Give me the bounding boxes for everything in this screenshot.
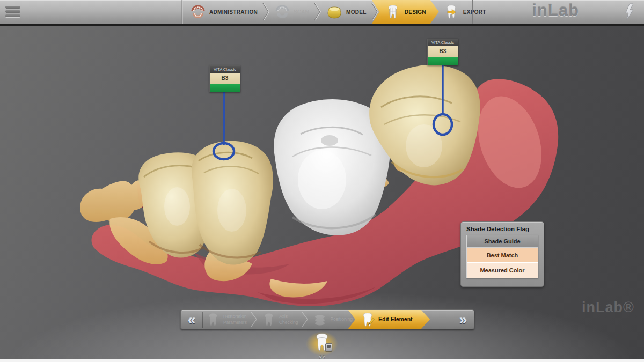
app-logo: inLab [499, 1, 612, 23]
step-tooth-icon [206, 313, 220, 327]
design-step-bar: « RestorationParameters AxisChecking [180, 309, 474, 329]
next-step-button[interactable]: » [452, 311, 474, 329]
step-tooth-icon [262, 313, 276, 327]
option-shade-guide[interactable]: Shade Guide [467, 235, 538, 248]
shade-flag-left[interactable]: VITA Classic B3 [209, 65, 240, 92]
flag-shade-value: B3 [210, 73, 240, 84]
flag-match-bar [210, 84, 240, 92]
shade-flag-right[interactable]: VITA Classic B3 [427, 39, 458, 65]
step-label: Edit Element [378, 316, 413, 323]
top-navigation-bar: ADMINISTRATION SCAN [0, 0, 644, 24]
step-chevron-divider [301, 309, 310, 329]
option-best-match[interactable]: Best Match [467, 248, 538, 263]
design-tooth-icon [385, 4, 401, 19]
edit-element-icon [360, 312, 375, 327]
flag-system-label: VITA Classic [210, 66, 240, 73]
tooth-selector-36[interactable]: 36 [304, 331, 340, 359]
step-stack-icon [313, 313, 327, 326]
step-label: Positioning [330, 316, 353, 322]
option-measured-color[interactable]: Measured Color [467, 263, 538, 278]
menu-icon[interactable] [5, 6, 21, 18]
step-chevron-divider [250, 309, 259, 329]
jaw-icon [191, 5, 206, 19]
tab-model[interactable]: MODEL [322, 0, 371, 24]
step-positioning: Positioning [310, 310, 356, 329]
step-restoration-parameters: RestorationParameters [203, 310, 250, 329]
step-edit-element[interactable]: Edit Element [348, 310, 430, 329]
topbar-divider [472, 0, 473, 24]
flash-icon[interactable] [623, 3, 638, 21]
flag-match-bar [428, 57, 458, 65]
scan-jaw-icon [275, 5, 290, 19]
tab-label: ADMINISTRATION [209, 9, 258, 15]
tab-scan[interactable]: SCAN [270, 0, 313, 24]
step-divider [178, 0, 186, 24]
model-block-icon [326, 4, 342, 19]
mill-block-icon [325, 343, 332, 351]
step-chevron-divider [313, 0, 322, 24]
previous-step-button[interactable]: « [181, 311, 202, 329]
topbar-shadow [0, 24, 644, 26]
panel-options: Shade Guide Best Match Measured Color [466, 235, 538, 278]
inlab-window: ADMINISTRATION SCAN [0, 0, 644, 362]
tab-label: MODEL [346, 9, 367, 15]
step-chevron-divider [262, 0, 270, 24]
export-tooth-icon [443, 4, 459, 19]
panel-title: Shade Detection Flag [461, 222, 544, 235]
shade-detection-panel: Shade Detection Flag Shade Guide Best Ma… [460, 221, 544, 287]
tab-export[interactable]: EXPORT [439, 0, 491, 24]
flag-system-label: VITA Classic [428, 39, 458, 46]
tab-label: SCAN [294, 9, 309, 15]
bottom-edge-strip [0, 359, 644, 362]
tab-label: EXPORT [463, 9, 486, 15]
tab-administration[interactable]: ADMINISTRATION [186, 0, 262, 24]
flag-shade-value: B3 [428, 46, 458, 57]
step-label: AxisChecking [279, 314, 298, 324]
tab-design[interactable]: DESIGN [372, 0, 439, 24]
model-viewport[interactable] [0, 26, 644, 359]
inlab-watermark: inLab® [582, 299, 634, 316]
model-canvas: VITA Classic B3 VITA Classic B3 Shade De… [0, 26, 644, 359]
tab-label: DESIGN [405, 9, 426, 15]
step-label: RestorationParameters [223, 314, 247, 324]
phase-navigation: ADMINISTRATION SCAN [178, 0, 491, 24]
shade-marker-leader-left [224, 86, 224, 145]
tooth-premolar [192, 141, 273, 265]
step-axis-checking: AxisChecking [259, 310, 301, 329]
